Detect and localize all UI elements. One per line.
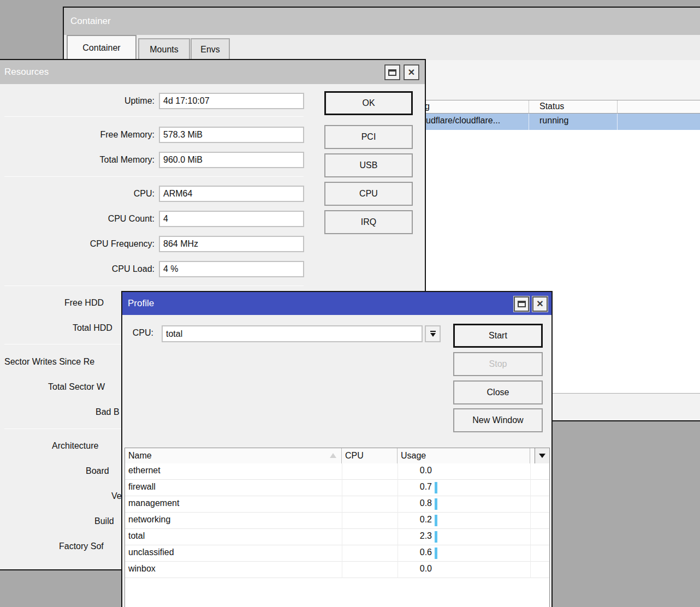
container-window-titlebar[interactable]: Container bbox=[64, 8, 700, 35]
profile-usage-cell: 0.0 bbox=[398, 466, 432, 475]
cpu-frequency-label: CPU Frequency: bbox=[2, 239, 155, 249]
close-button[interactable]: ✕ bbox=[404, 64, 419, 80]
tab-container[interactable]: Container bbox=[67, 35, 137, 60]
container-window-title: Container bbox=[70, 16, 111, 27]
total-hdd-label: Total HDD bbox=[73, 323, 112, 333]
table-row[interactable]: firewall 0.7 bbox=[125, 480, 549, 496]
build-label: Build bbox=[94, 516, 114, 526]
cpu-label: CPU: bbox=[2, 189, 155, 199]
column-divider bbox=[617, 100, 618, 113]
close-window-button[interactable]: Close bbox=[453, 380, 543, 404]
total-memory-field[interactable]: 960.0 MiB bbox=[159, 152, 304, 168]
profile-name-cell: winbox bbox=[128, 564, 156, 574]
factory-software-label: Factory Sof bbox=[59, 541, 104, 551]
close-button[interactable]: ✕ bbox=[532, 296, 548, 312]
table-row[interactable]: management 0.8 bbox=[125, 496, 549, 513]
resources-window-titlebar[interactable]: Resources bbox=[0, 60, 425, 84]
tab-envs[interactable]: Envs bbox=[191, 38, 230, 60]
column-divider bbox=[529, 114, 529, 130]
maximize-icon bbox=[518, 301, 526, 307]
profile-name-cell: networking bbox=[128, 515, 170, 525]
usage-bar bbox=[435, 498, 437, 510]
usage-bar bbox=[435, 548, 437, 559]
profile-window-titlebar[interactable]: Profile bbox=[122, 292, 551, 315]
ok-button[interactable]: OK bbox=[324, 91, 413, 115]
version-label: Ve bbox=[111, 491, 122, 501]
profile-window: Profile ✕ CPU: total Start Stop Close Ne… bbox=[121, 291, 553, 607]
column-filter-arrow-icon bbox=[539, 454, 545, 458]
bad-blocks-label: Bad B bbox=[96, 407, 120, 417]
free-hdd-label: Free HDD bbox=[64, 298, 104, 308]
cpu-button[interactable]: CPU bbox=[324, 182, 413, 206]
usage-bar bbox=[435, 482, 437, 493]
profile-cpu-input[interactable]: total bbox=[162, 325, 423, 342]
free-memory-field[interactable]: 578.3 MiB bbox=[159, 127, 304, 143]
profile-cpu-dropdown-button[interactable] bbox=[425, 325, 441, 342]
profile-usage-cell: 0.8 bbox=[398, 498, 432, 508]
architecture-label: Architecture bbox=[52, 441, 98, 451]
container-status-cell: running bbox=[539, 116, 568, 126]
separator bbox=[4, 285, 304, 286]
header-spacer bbox=[530, 448, 535, 463]
pci-button[interactable]: PCI bbox=[324, 125, 413, 149]
profile-window-title: Profile bbox=[128, 298, 154, 309]
maximize-button[interactable] bbox=[514, 296, 529, 312]
container-tag-cell: udflare/cloudflare... bbox=[426, 116, 500, 126]
profile-name-cell: ethernet bbox=[128, 466, 161, 475]
profile-usage-cell: 0.2 bbox=[398, 515, 432, 525]
free-memory-label: Free Memory: bbox=[2, 130, 155, 140]
close-icon: ✕ bbox=[536, 300, 543, 308]
cpu-count-field[interactable]: 4 bbox=[159, 211, 304, 227]
new-window-button[interactable]: New Window bbox=[453, 408, 543, 432]
column-header-cpu[interactable]: CPU bbox=[342, 448, 398, 463]
column-divider bbox=[529, 100, 529, 113]
profile-table-body: ethernet 0.0 firewall 0.7 management 0.8… bbox=[125, 463, 549, 578]
maximize-button[interactable] bbox=[384, 64, 400, 80]
profile-name-cell: firewall bbox=[128, 482, 156, 492]
column-filter-button[interactable] bbox=[535, 448, 549, 463]
uptime-label: Uptime: bbox=[2, 96, 155, 106]
column-header-usage[interactable]: Usage bbox=[398, 448, 530, 463]
sort-ascending-icon bbox=[330, 453, 336, 458]
stop-button[interactable]: Stop bbox=[453, 352, 543, 376]
usage-bar bbox=[435, 515, 437, 526]
board-label: Board bbox=[86, 466, 109, 476]
cpu-count-label: CPU Count: bbox=[2, 214, 155, 224]
usage-bar bbox=[435, 531, 437, 543]
column-header-cpu-label: CPU bbox=[345, 451, 364, 461]
table-row[interactable]: unclassified 0.6 bbox=[125, 545, 549, 562]
irq-button[interactable]: IRQ bbox=[324, 210, 413, 234]
profile-table: Name CPU Usage ethernet 0.0 bbox=[124, 448, 550, 607]
tab-mounts[interactable]: Mounts bbox=[138, 38, 190, 60]
profile-name-cell: total bbox=[128, 531, 145, 541]
resources-window-title: Resources bbox=[4, 67, 49, 78]
close-icon: ✕ bbox=[408, 68, 415, 77]
column-header-name[interactable]: Name bbox=[125, 448, 342, 463]
uptime-field[interactable]: 4d 17:10:07 bbox=[159, 93, 304, 109]
usb-button[interactable]: USB bbox=[324, 153, 413, 177]
profile-name-cell: unclassified bbox=[128, 548, 174, 557]
table-row[interactable]: total 2.3 bbox=[125, 529, 549, 545]
cpu-load-label: CPU Load: bbox=[2, 264, 155, 274]
container-tabstrip: Container Mounts Envs bbox=[64, 35, 700, 60]
profile-usage-cell: 0.7 bbox=[398, 482, 432, 492]
column-header-status[interactable]: Status bbox=[539, 102, 564, 111]
sector-writes-label: Sector Writes Since Re bbox=[4, 357, 94, 367]
start-button[interactable]: Start bbox=[453, 324, 543, 348]
profile-usage-cell: 0.0 bbox=[398, 564, 432, 574]
dropdown-arrow-icon bbox=[430, 330, 436, 337]
profile-usage-cell: 2.3 bbox=[398, 531, 432, 541]
cpu-load-field[interactable]: 4 % bbox=[159, 261, 304, 277]
cpu-field[interactable]: ARM64 bbox=[159, 186, 304, 202]
profile-cpu-label: CPU: bbox=[123, 328, 153, 338]
separator bbox=[4, 176, 304, 177]
maximize-icon bbox=[388, 69, 396, 76]
table-row[interactable]: networking 0.2 bbox=[125, 513, 549, 529]
total-sector-writes-label: Total Sector W bbox=[48, 382, 105, 392]
table-row[interactable]: ethernet 0.0 bbox=[125, 463, 549, 480]
table-row[interactable]: winbox 0.0 bbox=[125, 562, 549, 578]
column-header-name-label: Name bbox=[128, 451, 152, 461]
cpu-frequency-field[interactable]: 864 MHz bbox=[159, 236, 304, 252]
separator bbox=[4, 116, 304, 117]
profile-name-cell: management bbox=[128, 498, 179, 508]
